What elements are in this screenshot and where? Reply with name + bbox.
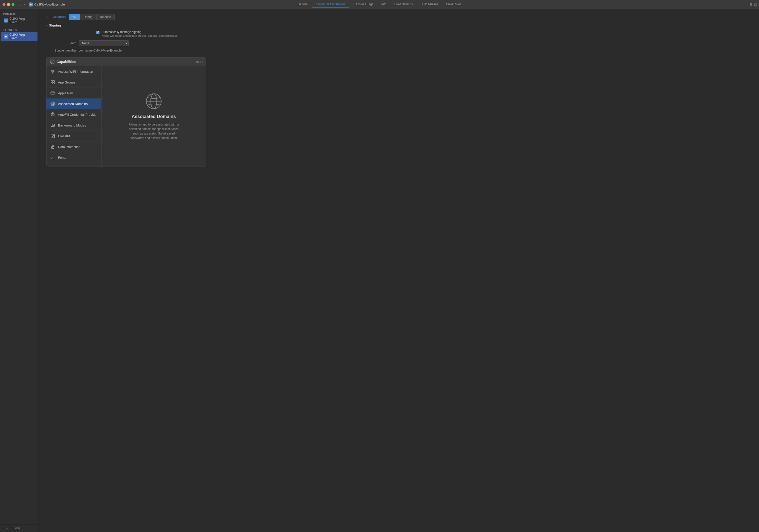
- capabilities-body: Access WiFi Information App Groups Apple…: [47, 66, 206, 166]
- autofill-icon: [50, 112, 56, 117]
- inspector-toggle-icon[interactable]: □: [754, 3, 756, 7]
- capabilities-panel: ◎ Capabilities ⊞ □ Access WiFi Informati…: [46, 57, 206, 167]
- cap-item-gamecenter[interactable]: Game Center: [47, 163, 101, 166]
- tab-build_settings[interactable]: Build Settings: [390, 1, 417, 8]
- filter-button[interactable]: ⦿ Filter: [10, 526, 20, 530]
- cap-label-autofill: AutoFill Credential Provider: [58, 113, 98, 116]
- team-label: Team: [46, 42, 76, 45]
- team-row: Team None: [46, 40, 751, 46]
- cap-item-autofill[interactable]: AutoFill Credential Provider: [47, 109, 101, 120]
- forward-button[interactable]: ›: [23, 2, 26, 7]
- bundle-id-value: com.acme.CallKit-Voip-Example: [79, 49, 122, 52]
- cap-item-wifi[interactable]: Access WiFi Information: [47, 66, 101, 77]
- grid-view-button[interactable]: ⊞: [196, 60, 199, 64]
- cap-label-background: Background Modes: [58, 124, 86, 127]
- cap-item-classkit[interactable]: ClassKit: [47, 131, 101, 142]
- cap-item-appgroups[interactable]: App Groups: [47, 77, 101, 88]
- remove-target-button[interactable]: −: [6, 526, 8, 530]
- cap-label-wifi: Access WiFi Information: [58, 70, 93, 73]
- signing-title: Signing: [49, 23, 61, 27]
- capability-detail: Associated Domains Allows an app to be a…: [101, 66, 206, 166]
- tab-resource_tags[interactable]: Resource Tags: [349, 1, 378, 8]
- app-icon: ▶: [29, 3, 33, 7]
- layout-toggle-icon[interactable]: ⊞: [749, 3, 752, 7]
- team-select[interactable]: None: [79, 40, 129, 46]
- signing-header: ▾ Signing: [46, 23, 751, 27]
- minimize-button[interactable]: [7, 3, 10, 6]
- capabilities-header-actions: ⊞ □: [196, 60, 203, 64]
- filter-icon: ⦿: [10, 526, 13, 530]
- svg-point-0: [53, 73, 53, 73]
- sidebar-bottom: + − ⦿ Filter: [0, 524, 38, 532]
- content-area: ＋ + Capability AllDebugRelease ▾ Signing…: [39, 9, 759, 532]
- targets-section-label: TARGETS: [0, 27, 38, 32]
- auto-manage-title: Automatically manage signing: [101, 30, 178, 34]
- capabilities-header: ◎ Capabilities ⊞ □: [47, 58, 206, 66]
- svg-point-13: [52, 125, 54, 126]
- svg-point-11: [53, 114, 53, 115]
- tab-build_rules[interactable]: Build Rules: [442, 1, 465, 8]
- cap-label-applepay: Apple Pay: [58, 91, 73, 95]
- svg-rect-1: [51, 80, 53, 82]
- detail-title: Associated Domains: [132, 114, 176, 119]
- svg-point-20: [53, 147, 53, 148]
- cap-label-dataprotection: Data Protection: [58, 145, 81, 149]
- project-title: CallKit-Voip-Example: [34, 3, 65, 6]
- sidebar-item-project[interactable]: ◻ CallKit-Voip-Exam...: [1, 16, 37, 25]
- tab-info[interactable]: Info: [378, 1, 390, 8]
- filter-tab-all[interactable]: All: [69, 14, 80, 20]
- capabilities-icon: ◎: [50, 60, 55, 64]
- cap-item-applepay[interactable]: Apple Pay: [47, 88, 101, 99]
- lock-icon: [50, 144, 56, 149]
- wifi-icon: [50, 69, 56, 74]
- svg-rect-12: [51, 124, 55, 127]
- svg-rect-3: [51, 83, 53, 84]
- filter-label: Filter: [14, 526, 20, 530]
- sidebar-target-name: CallKit-Voip-Exam...: [10, 33, 34, 40]
- cap-label-associated_domains: Associated Domains: [58, 102, 88, 106]
- card-icon: [50, 90, 56, 96]
- detail-icon: [145, 93, 163, 110]
- list-view-button[interactable]: □: [201, 60, 203, 64]
- capabilities-title: Capabilities: [57, 60, 194, 64]
- svg-rect-2: [53, 80, 55, 82]
- tab-build_phases[interactable]: Build Phases: [417, 1, 442, 8]
- filter-tab-release[interactable]: Release: [96, 14, 115, 20]
- chevron-down-icon: ▾: [46, 24, 48, 27]
- close-button[interactable]: [3, 3, 6, 6]
- titlebar: ‹ › ▶ CallKit-Voip-Example GeneralSignin…: [0, 0, 759, 9]
- detail-description: Allows an app to be associated with a sp…: [126, 122, 181, 140]
- back-button[interactable]: ‹: [19, 2, 22, 7]
- fonts-icon: F: [50, 155, 56, 160]
- cap-label-fonts: Fonts: [58, 156, 66, 159]
- filter-tab-debug[interactable]: Debug: [80, 14, 96, 20]
- add-capability-button[interactable]: ＋ + Capability: [46, 15, 66, 19]
- bundle-id-label: Bundle Identifier: [46, 49, 76, 52]
- grid-icon: [50, 79, 56, 85]
- cap-item-background[interactable]: Background Modes: [47, 120, 101, 131]
- capability-toolbar: ＋ + Capability AllDebugRelease: [46, 14, 751, 20]
- svg-rect-5: [51, 92, 55, 94]
- cap-item-associated_domains[interactable]: Associated Domains: [47, 99, 101, 109]
- classkit-icon: [50, 133, 56, 139]
- add-target-button[interactable]: +: [2, 526, 4, 530]
- auto-manage-row: Automatically manage signing Xcode will …: [96, 30, 751, 37]
- tab-general[interactable]: General: [294, 1, 312, 8]
- tab-signing[interactable]: Signing & Capabilities: [312, 1, 349, 8]
- cap-item-dataprotection[interactable]: Data Protection: [47, 142, 101, 152]
- plus-icon: ＋: [46, 15, 49, 19]
- auto-manage-checkbox[interactable]: [96, 31, 100, 34]
- bundle-id-row: Bundle Identifier com.acme.CallKit-Voip-…: [46, 49, 751, 52]
- project-section-label: PROJECT: [0, 11, 38, 16]
- sidebar-item-target[interactable]: ▶ CallKit-Voip-Exam...: [1, 32, 37, 41]
- gamecenter-icon: [50, 166, 56, 166]
- sidebar-project-name: CallKit-Voip-Exam...: [10, 17, 34, 24]
- project-icon: ▶ CallKit-Voip-Example: [29, 3, 65, 7]
- nav-controls: ‹ ›: [19, 2, 26, 7]
- sidebar: PROJECT ◻ CallKit-Voip-Exam... TARGETS ▶…: [0, 9, 39, 532]
- maximize-button[interactable]: [12, 3, 15, 6]
- cap-item-fonts[interactable]: F Fonts: [47, 152, 101, 163]
- tab-bar: GeneralSigning & CapabilitiesResource Ta…: [294, 1, 465, 8]
- globe-icon: [50, 101, 56, 106]
- window-controls: [3, 3, 15, 6]
